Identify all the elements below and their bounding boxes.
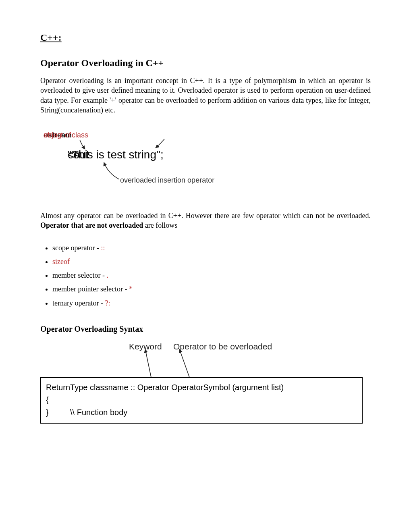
- list-item-text: member selector -: [52, 271, 106, 279]
- list-item-code: .: [106, 271, 108, 279]
- svg-line-0: [146, 352, 151, 377]
- list-item: scope operator - ::: [52, 241, 371, 255]
- list-item: member pointer selector - *: [52, 282, 371, 296]
- figure-arrows-2: [40, 342, 363, 382]
- document-title: C++:: [40, 32, 371, 43]
- intro-paragraph: Operator overloading is an important con…: [40, 76, 371, 115]
- list-item-text: scope operator -: [52, 244, 101, 252]
- list-item-code: sizeof: [52, 258, 70, 266]
- paragraph-bold: Operator that are not overloaded: [40, 221, 143, 229]
- list-item-text: ternary operator -: [52, 299, 105, 307]
- list-item-text: member pointer selector -: [52, 285, 129, 293]
- figure-cout-example: object of ostream class string cout << "…: [44, 131, 371, 200]
- syntax-box: ReturnType classname :: Operator Operato…: [40, 377, 363, 424]
- paragraph-text: Almost any operator can be overloaded in…: [40, 212, 371, 220]
- paragraph-text: are follows: [143, 221, 177, 229]
- list-item: member selector - .: [52, 268, 371, 282]
- list-item-code: *: [129, 285, 133, 293]
- figure-arrows: [44, 131, 326, 200]
- list-item-code: ?:: [105, 299, 110, 307]
- syntax-line: {: [46, 394, 357, 406]
- non-overloadable-list: scope operator - :: sizeof member select…: [40, 241, 371, 310]
- list-item: ternary operator - ?:: [52, 296, 371, 310]
- svg-line-1: [181, 352, 189, 377]
- figure-syntax-box: Keyword Operator to be overloaded Return…: [40, 342, 371, 430]
- subsection-heading: Operator Overloading Syntax: [40, 324, 371, 334]
- paragraph-cannot-overload: Almost any operator can be overloaded in…: [40, 211, 371, 231]
- list-item-code: ::: [101, 244, 105, 252]
- list-item: sizeof: [52, 255, 371, 268]
- syntax-line: ReturnType classname :: Operator Operato…: [46, 381, 357, 394]
- syntax-line: \\ Function body: [70, 406, 127, 419]
- section-heading: Operator Overloading in C++: [40, 58, 371, 69]
